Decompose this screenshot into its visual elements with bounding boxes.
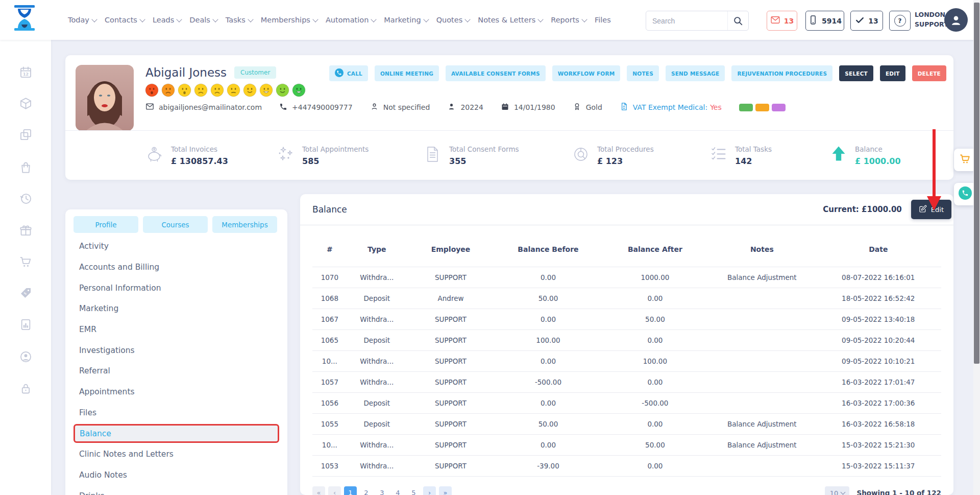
- table-row[interactable]: 1057Withdra...SUPPORT-500.000.0016-03-20…: [312, 372, 941, 393]
- color-tag-1[interactable]: [739, 104, 753, 111]
- phone-badge-button[interactable]: 5914: [805, 11, 844, 31]
- rail-reports-icon[interactable]: [17, 316, 34, 333]
- emoji-face-5-icon[interactable]: [210, 83, 224, 97]
- rail-duplicates-icon[interactable]: [17, 126, 34, 143]
- rail-products-icon[interactable]: [17, 95, 34, 112]
- emoji-face-2-icon[interactable]: [161, 83, 175, 97]
- sidebar-item-audio-notes[interactable]: Audio Notes: [65, 465, 287, 486]
- emoji-face-9-icon[interactable]: [276, 83, 289, 97]
- scrollbar-thumb[interactable]: [974, 3, 979, 364]
- sidebar-item-appointments[interactable]: Appointments: [65, 382, 287, 403]
- sidebar-item-emr[interactable]: EMR: [65, 319, 287, 340]
- tasks-badge-button[interactable]: 13: [850, 11, 883, 31]
- phone-icon: [279, 103, 287, 112]
- app-logo-hourglass-icon[interactable]: [12, 4, 37, 36]
- sidebar-item-files[interactable]: Files: [65, 403, 287, 423]
- sidebar-item-clinic-notes-and-letters[interactable]: Clinic Notes and Letters: [65, 444, 287, 465]
- table-row[interactable]: 1055DepositSUPPORT50.000.00Balance Adjus…: [312, 414, 941, 435]
- emoji-face-7-icon[interactable]: [243, 83, 257, 97]
- table-cell: 18-05-2022 16:52:42: [816, 288, 941, 309]
- stat-balance: Balance£ 1000.00: [829, 145, 901, 166]
- nav-item-files[interactable]: Files: [595, 16, 611, 24]
- table-row[interactable]: 1067Withdra...SUPPORT0.0050.0009-05-2022…: [312, 309, 941, 330]
- table-row[interactable]: 1056DepositSUPPORT0.00-500.0016-03-2022 …: [312, 393, 941, 414]
- pagination-page-1[interactable]: 1: [344, 486, 357, 495]
- nav-item-automation[interactable]: Automation: [326, 16, 376, 24]
- pagination-next-button[interactable]: ›: [423, 486, 436, 495]
- nav-item-today[interactable]: Today: [68, 16, 96, 24]
- table-row[interactable]: 1065DepositSUPPORT100.000.0009-05-2022 1…: [312, 330, 941, 351]
- chevron-down-icon: [371, 16, 377, 22]
- delete-button[interactable]: DELETE: [912, 65, 946, 81]
- nav-item-deals[interactable]: Deals: [189, 16, 217, 24]
- user-avatar[interactable]: [944, 8, 968, 32]
- pagination-prev-button[interactable]: ‹: [328, 486, 341, 495]
- nav-item-quotes[interactable]: Quotes: [436, 16, 470, 24]
- table-row[interactable]: 1070Withdra...SUPPORT0.001000.00Balance …: [312, 267, 941, 288]
- emoji-face-1-icon[interactable]: [145, 83, 159, 97]
- pagination-page-3[interactable]: 3: [376, 486, 388, 495]
- help-button[interactable]: ?: [889, 11, 911, 31]
- table-row[interactable]: 10...Withdra...SUPPORT0.00100.0009-05-20…: [312, 351, 941, 372]
- nav-item-tasks[interactable]: Tasks: [226, 16, 253, 24]
- stat-value: £ 130857.43: [171, 156, 228, 166]
- search-icon[interactable]: [727, 11, 748, 30]
- rail-shopping-bag-icon[interactable]: [17, 158, 34, 176]
- call-button[interactable]: CALL: [329, 65, 368, 81]
- select-button[interactable]: SELECT: [839, 65, 873, 81]
- sidebar-item-investigations[interactable]: Investigations: [65, 340, 287, 361]
- rail-history-icon[interactable]: [17, 190, 34, 207]
- pagination-first-button[interactable]: «: [312, 486, 325, 495]
- nav-item-leads[interactable]: Leads: [153, 16, 181, 24]
- search-box: [646, 11, 749, 31]
- customer-phone[interactable]: +447490009777: [279, 103, 353, 112]
- nav-item-reports[interactable]: Reports: [551, 16, 586, 24]
- rail-gift-icon[interactable]: [17, 221, 34, 239]
- emoji-face-8-icon[interactable]: [259, 83, 273, 97]
- online-meeting-button[interactable]: ONLINE MEETING: [375, 65, 439, 81]
- pagination-page-4[interactable]: 4: [391, 486, 404, 495]
- workflow-form-button[interactable]: WORKFLOW FORM: [552, 65, 621, 81]
- pagination-page-5[interactable]: 5: [407, 486, 420, 495]
- available-consent-forms-button[interactable]: AVAILABLE CONSENT FORMS: [446, 65, 546, 81]
- emoji-face-3-icon[interactable]: [178, 83, 191, 97]
- sidebar-item-activity[interactable]: Activity: [65, 236, 287, 257]
- color-tag-2[interactable]: [755, 104, 769, 111]
- rail-cart-icon[interactable]: [17, 253, 34, 270]
- sidebar-item-referral[interactable]: Referral: [65, 361, 287, 382]
- nav-item-notes-letters[interactable]: Notes & Letters: [478, 16, 543, 24]
- nav-item-memberships[interactable]: Memberships: [261, 16, 317, 24]
- notes-button[interactable]: NOTES: [627, 65, 659, 81]
- color-tag-3[interactable]: [772, 104, 786, 111]
- pagination-page-2[interactable]: 2: [360, 486, 373, 495]
- nav-item-marketing[interactable]: Marketing: [384, 16, 428, 24]
- rail-lock-icon[interactable]: [17, 380, 34, 397]
- nav-item-contacts[interactable]: Contacts: [105, 16, 144, 24]
- table-row[interactable]: 1053Withdra...SUPPORT-39.000.0015-03-202…: [312, 456, 941, 477]
- tab-profile[interactable]: Profile: [74, 216, 138, 233]
- rail-calendar-icon[interactable]: 12: [17, 63, 34, 81]
- sidebar-item-accounts-and-billing[interactable]: Accounts and Billing: [65, 257, 287, 278]
- customer-email[interactable]: abigailjones@mailinator.com: [145, 102, 262, 112]
- page-size-select[interactable]: 10: [825, 486, 849, 495]
- tab-memberships[interactable]: Memberships: [212, 216, 277, 233]
- sidebar-item-drinks[interactable]: Drinks: [65, 485, 287, 495]
- edit-button[interactable]: EDIT: [880, 65, 905, 81]
- pagination-last-button[interactable]: »: [439, 486, 452, 495]
- search-input[interactable]: [646, 17, 727, 25]
- emoji-face-10-icon[interactable]: [292, 83, 306, 97]
- sidebar-item-marketing[interactable]: Marketing: [65, 298, 287, 319]
- rail-price-tag-icon[interactable]: $: [17, 284, 34, 301]
- rail-account-icon[interactable]: [17, 348, 34, 365]
- emoji-face-4-icon[interactable]: [194, 83, 208, 97]
- tab-courses[interactable]: Courses: [143, 216, 208, 233]
- table-row[interactable]: 1068DepositAndrew50.000.0018-05-2022 16:…: [312, 288, 941, 309]
- table-row[interactable]: 10...Withdra...SUPPORT0.0050.00Balance A…: [312, 435, 941, 456]
- send-message-button[interactable]: SEND MESSAGE: [666, 65, 725, 81]
- emoji-face-6-icon[interactable]: [227, 83, 240, 97]
- sidebar-item-personal-information[interactable]: Personal Information: [65, 277, 287, 298]
- mail-badge-button[interactable]: 13: [767, 11, 797, 31]
- scrollbar-track: [973, 0, 980, 495]
- rejuvenation-procedures-button[interactable]: REJUVENATION PROCEDURES: [731, 65, 832, 81]
- sidebar-item-balance[interactable]: Balance: [74, 424, 279, 443]
